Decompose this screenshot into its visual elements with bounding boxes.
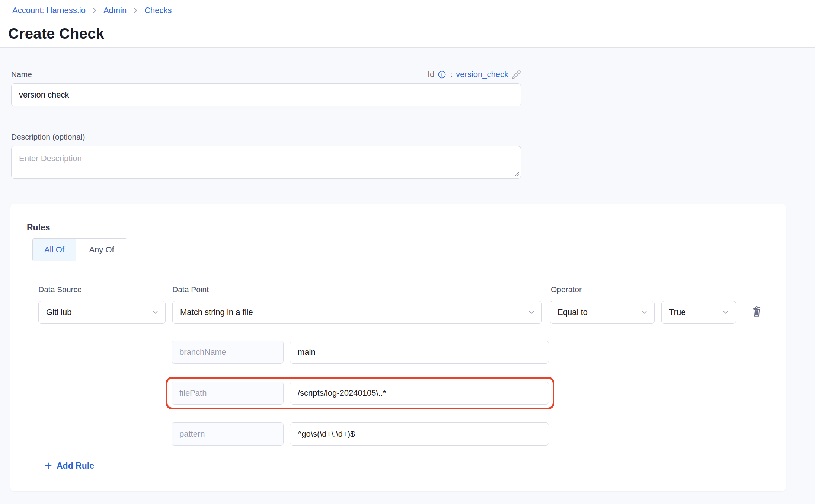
- param-key-filepath: filePath: [172, 382, 284, 405]
- id-label: Id: [428, 70, 434, 79]
- param-key-branchname: branchName: [172, 341, 284, 364]
- add-rule-label: Add Rule: [57, 461, 94, 471]
- data-point-select[interactable]: Match string in a file: [172, 301, 542, 324]
- id-value-link[interactable]: version_check: [456, 70, 508, 79]
- data-point-label: Data Point: [172, 285, 209, 294]
- chevron-right-icon: [91, 7, 98, 14]
- breadcrumb-account-link[interactable]: Account: Harness.io: [12, 6, 86, 15]
- rules-label: Rules: [27, 223, 50, 233]
- chevron-down-icon: [527, 308, 536, 316]
- operator-select[interactable]: Equal to: [550, 301, 655, 324]
- chevron-down-icon: [722, 308, 730, 316]
- name-label: Name: [11, 70, 32, 79]
- rules-condition-toggle: All Of Any Of: [32, 238, 127, 261]
- data-point-value: Match string in a file: [180, 307, 253, 317]
- rules-card: Rules All Of Any Of Data Source Data Poi…: [10, 204, 786, 491]
- page-title: Create Check: [8, 25, 104, 42]
- description-textarea[interactable]: [11, 146, 521, 179]
- description-field: [11, 146, 521, 179]
- trash-icon: [751, 305, 763, 319]
- breadcrumb: Account: Harness.io Admin Checks: [12, 5, 172, 16]
- id-display: Id : version_check: [428, 70, 521, 79]
- delete-rule-button[interactable]: [748, 303, 766, 321]
- chevron-right-icon: [132, 7, 139, 14]
- info-icon[interactable]: [438, 70, 446, 79]
- description-label: Description (optional): [11, 133, 85, 141]
- operator-value-selected: True: [669, 307, 685, 317]
- data-source-value: GitHub: [46, 307, 71, 317]
- plus-icon: [44, 462, 52, 470]
- param-key-pattern: pattern: [172, 422, 284, 446]
- id-separator: :: [450, 70, 453, 79]
- name-input[interactable]: [11, 83, 521, 106]
- page-header: Account: Harness.io Admin Checks Create …: [0, 0, 815, 48]
- param-value-filepath-input[interactable]: [290, 382, 549, 405]
- chevron-down-icon: [151, 308, 159, 316]
- breadcrumb-admin-link[interactable]: Admin: [103, 6, 127, 15]
- add-rule-button[interactable]: Add Rule: [44, 460, 94, 471]
- breadcrumb-checks-link[interactable]: Checks: [144, 6, 172, 15]
- operator-value-select[interactable]: True: [661, 301, 736, 324]
- name-label-row: Name Id : version_check: [11, 68, 521, 81]
- data-source-select[interactable]: GitHub: [38, 301, 166, 324]
- chevron-down-icon: [640, 308, 648, 316]
- operator-label: Operator: [551, 285, 582, 294]
- any-of-button[interactable]: Any Of: [76, 239, 127, 261]
- all-of-button[interactable]: All Of: [33, 239, 76, 261]
- edit-icon[interactable]: [512, 70, 521, 79]
- data-source-label: Data Source: [38, 285, 82, 294]
- param-value-branchname-input[interactable]: [290, 341, 549, 364]
- resize-handle-icon[interactable]: [514, 171, 519, 177]
- param-value-pattern-input[interactable]: [290, 422, 549, 446]
- operator-value: Equal to: [557, 307, 588, 317]
